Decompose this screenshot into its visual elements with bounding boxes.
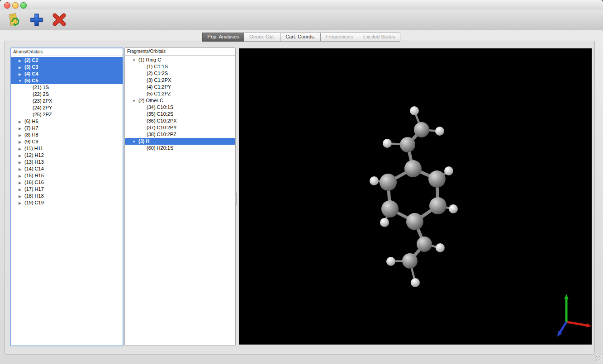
tree-row[interactable]: ▶(19) C19 bbox=[11, 199, 123, 206]
tree-row[interactable]: (21) 1S bbox=[11, 84, 123, 91]
disclosure-triangle-icon[interactable]: ▶ bbox=[17, 193, 23, 200]
disclosure-triangle-icon[interactable]: ▶ bbox=[17, 57, 23, 64]
tree-row[interactable]: ▶(14) C14 bbox=[11, 165, 123, 172]
tree-row[interactable]: ▼(1) Ring C bbox=[125, 57, 235, 63]
molecule-viewer[interactable] bbox=[239, 48, 592, 345]
tree-row-label: (21) 1S bbox=[33, 85, 49, 90]
titlebar bbox=[0, 0, 603, 9]
tree-row[interactable]: (23) 2PX bbox=[11, 98, 123, 104]
tree-row[interactable]: ▶(9) C9 bbox=[11, 138, 123, 145]
tree-row[interactable]: (25) 2PZ bbox=[11, 111, 123, 118]
minimize-button[interactable] bbox=[12, 2, 19, 9]
tree-row[interactable]: (22) 2S bbox=[11, 91, 123, 98]
tab-label: Geom. Opt. bbox=[249, 34, 275, 39]
tree-row-label: (6) H6 bbox=[24, 118, 38, 124]
molecule-3d-render bbox=[239, 48, 592, 345]
tree-row[interactable]: ▶(13) H13 bbox=[11, 159, 123, 165]
tree-row[interactable]: (4) C1:2PY bbox=[125, 84, 235, 90]
disclosure-triangle-icon[interactable]: ▶ bbox=[17, 180, 23, 186]
tree-row[interactable]: ▶(2) C2 bbox=[11, 57, 123, 64]
tree-row[interactable]: (1) C1:1S bbox=[125, 63, 235, 70]
disclosure-triangle-icon[interactable]: ▶ bbox=[17, 186, 23, 193]
disclosure-triangle-icon[interactable]: ▶ bbox=[17, 139, 23, 146]
content-area: Atoms/Orbitals ▶(2) C2 ▶(3) C3 ▶(4) C4 ▼… bbox=[5, 41, 595, 355]
disclosure-triangle-icon[interactable]: ▶ bbox=[17, 125, 23, 132]
tab[interactable]: Pop. Analyses bbox=[202, 33, 245, 42]
resize-grip[interactable] bbox=[595, 356, 602, 363]
tab[interactable]: Excited States bbox=[358, 33, 400, 42]
tree-row-label: (18) H18 bbox=[24, 193, 44, 199]
document-reload-icon bbox=[6, 12, 22, 28]
tab[interactable]: Cart. Coords. bbox=[280, 33, 320, 42]
tree-row[interactable]: ▶(11) H11 bbox=[11, 145, 123, 152]
tree-row[interactable]: (2) C1:2S bbox=[125, 70, 235, 77]
tree-row[interactable]: ▼(3) H bbox=[125, 138, 235, 145]
tree-row-label: (4) C4 bbox=[24, 71, 38, 76]
tree-row-label: (2) C1:2S bbox=[147, 71, 168, 76]
tree-row-label: (23) 2PX bbox=[33, 98, 52, 104]
tab[interactable]: Frequencies bbox=[320, 33, 359, 42]
open-file-button[interactable] bbox=[6, 12, 22, 28]
tree-row-label: (1) Ring C bbox=[138, 57, 161, 62]
tree-row[interactable]: ▶(6) H6 bbox=[11, 118, 123, 125]
tree-row[interactable]: ▶(7) H7 bbox=[11, 125, 123, 132]
delete-button[interactable] bbox=[52, 12, 67, 28]
tree-row-label: (11) H11 bbox=[24, 146, 43, 151]
tree-row[interactable]: (37) C10:2PY bbox=[125, 124, 235, 131]
disclosure-triangle-icon[interactable]: ▶ bbox=[17, 64, 23, 71]
fragments-panel-title: Fragments/Orbitals bbox=[125, 48, 235, 56]
tree-row[interactable]: (35) C10:2S bbox=[125, 111, 235, 118]
tree-row[interactable]: ▶(8) H8 bbox=[11, 132, 123, 138]
tree-row-label: (12) H12 bbox=[24, 152, 44, 158]
tree-row[interactable]: (36) C10:2PX bbox=[125, 118, 235, 124]
add-button[interactable] bbox=[29, 12, 44, 28]
tree-row[interactable]: (38) C10:2PZ bbox=[125, 131, 235, 138]
tree-row[interactable]: ▶(4) C4 bbox=[11, 71, 123, 77]
tree-row-label: (5) C5 bbox=[24, 78, 38, 83]
tree-row-label: (17) H17 bbox=[24, 186, 44, 192]
disclosure-triangle-icon[interactable]: ▶ bbox=[17, 173, 23, 180]
tree-row[interactable]: ▶(17) H17 bbox=[11, 186, 123, 193]
zoom-button[interactable] bbox=[20, 2, 27, 9]
tree-row[interactable]: ▼(5) C5 bbox=[11, 77, 123, 84]
tree-row-label: (36) C10:2PX bbox=[147, 118, 177, 123]
disclosure-triangle-icon[interactable]: ▶ bbox=[17, 159, 23, 166]
tree-row[interactable]: (34) C10:1S bbox=[125, 104, 235, 111]
disclosure-triangle-icon[interactable]: ▶ bbox=[17, 118, 23, 125]
disclosure-triangle-icon[interactable]: ▶ bbox=[17, 132, 23, 139]
tree-row-label: (37) C10:2PY bbox=[147, 125, 177, 130]
plus-icon bbox=[29, 12, 44, 28]
atoms bbox=[370, 106, 458, 287]
disclosure-triangle-icon[interactable]: ▼ bbox=[131, 98, 137, 104]
tree-row[interactable]: ▶(16) C16 bbox=[11, 179, 123, 186]
tree-row[interactable]: ▶(3) C3 bbox=[11, 64, 123, 71]
tree-row[interactable]: (5) C1:2PZ bbox=[125, 90, 235, 97]
disclosure-triangle-icon[interactable]: ▶ bbox=[17, 71, 23, 78]
tree-row[interactable]: (60) H20:1S bbox=[125, 145, 235, 151]
disclosure-triangle-icon[interactable]: ▼ bbox=[131, 138, 137, 145]
tree-row-label: (19) C19 bbox=[24, 200, 44, 205]
panel-splitter-handle[interactable] bbox=[235, 193, 237, 205]
fragments-orbitals-tree: ▼(1) Ring C (1) C1:1S (2) C1:2S (3) C1:2… bbox=[125, 57, 235, 345]
disclosure-triangle-icon[interactable]: ▶ bbox=[17, 152, 23, 159]
tree-row[interactable]: (3) C1:2PX bbox=[125, 77, 235, 84]
tree-row[interactable]: ▶(18) H18 bbox=[11, 193, 123, 199]
disclosure-triangle-icon[interactable]: ▶ bbox=[17, 200, 23, 207]
disclosure-triangle-icon[interactable]: ▼ bbox=[131, 57, 137, 64]
tree-row-label: (15) H15 bbox=[24, 173, 44, 178]
disclosure-triangle-icon[interactable]: ▶ bbox=[17, 146, 23, 152]
tree-row-label: (2) Other C bbox=[138, 98, 163, 103]
tree-row[interactable]: ▶(12) H12 bbox=[11, 152, 123, 159]
tree-row-label: (3) H bbox=[138, 138, 149, 144]
tree-row[interactable]: ▼(2) Other C bbox=[125, 97, 235, 104]
tree-row[interactable]: ▶(15) H15 bbox=[11, 172, 123, 179]
tab-label: Pop. Analyses bbox=[208, 34, 239, 39]
tab[interactable]: Geom. Opt. bbox=[244, 33, 280, 42]
tree-row[interactable]: (24) 2PY bbox=[11, 104, 123, 111]
fragments-panel: Fragments/Orbitals ▼(1) Ring C (1) C1:1S… bbox=[124, 47, 236, 345]
close-button[interactable] bbox=[4, 2, 10, 9]
tab-label: Frequencies bbox=[326, 34, 353, 39]
disclosure-triangle-icon[interactable]: ▶ bbox=[17, 166, 23, 173]
disclosure-triangle-icon[interactable]: ▼ bbox=[17, 78, 23, 85]
toolbar bbox=[0, 9, 603, 30]
